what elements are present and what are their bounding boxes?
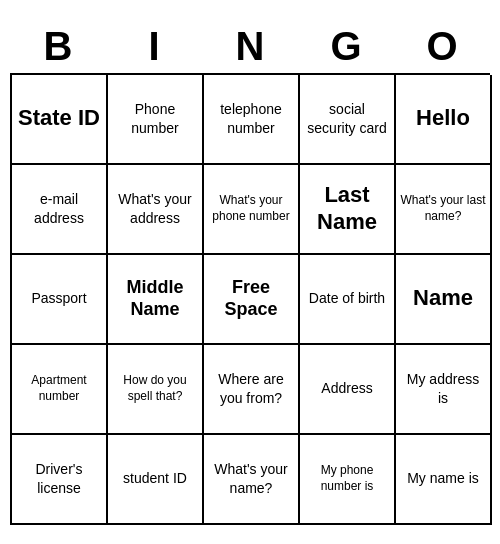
bingo-cell: What's your phone number — [204, 165, 300, 255]
cell-label: Where are you from? — [208, 370, 294, 406]
bingo-cell: social security card — [300, 75, 396, 165]
header-letter: G — [298, 20, 394, 73]
cell-label: social security card — [304, 100, 390, 136]
bingo-cell: What's your name? — [204, 435, 300, 525]
cell-label: telephone number — [208, 100, 294, 136]
cell-label: Last Name — [304, 182, 390, 235]
header-letter: B — [10, 20, 106, 73]
bingo-header: BINGO — [10, 20, 490, 73]
bingo-cell: How do you spell that? — [108, 345, 204, 435]
bingo-cell: Where are you from? — [204, 345, 300, 435]
bingo-cell: Free Space — [204, 255, 300, 345]
header-letter: I — [106, 20, 202, 73]
bingo-cell: Driver's license — [12, 435, 108, 525]
cell-label: Name — [413, 285, 473, 311]
cell-label: Address — [321, 379, 372, 397]
cell-label: What's your phone number — [208, 193, 294, 224]
bingo-cell: Phone number — [108, 75, 204, 165]
cell-label: Date of birth — [309, 289, 385, 307]
cell-label: What's your address — [112, 190, 198, 226]
bingo-cell: student ID — [108, 435, 204, 525]
cell-label: What's your last name? — [400, 193, 486, 224]
cell-label: My name is — [407, 469, 479, 487]
header-letter: N — [202, 20, 298, 73]
bingo-cell: Middle Name — [108, 255, 204, 345]
cell-label: Passport — [31, 289, 86, 307]
bingo-cell: My phone number is — [300, 435, 396, 525]
bingo-cell: What's your address — [108, 165, 204, 255]
cell-label: Phone number — [112, 100, 198, 136]
bingo-cell: Address — [300, 345, 396, 435]
cell-label: What's your name? — [208, 460, 294, 496]
cell-label: Hello — [416, 105, 470, 131]
cell-label: How do you spell that? — [112, 373, 198, 404]
cell-label: e-mail address — [16, 190, 102, 226]
bingo-cell: e-mail address — [12, 165, 108, 255]
cell-label: Apartment number — [16, 373, 102, 404]
bingo-cell: Passport — [12, 255, 108, 345]
bingo-cell: Date of birth — [300, 255, 396, 345]
cell-label: Middle Name — [112, 277, 198, 320]
cell-label: Driver's license — [16, 460, 102, 496]
bingo-cell: My address is — [396, 345, 492, 435]
bingo-cell: What's your last name? — [396, 165, 492, 255]
bingo-card: BINGO State IDPhone numbertelephone numb… — [10, 20, 490, 525]
cell-label: Free Space — [208, 277, 294, 320]
bingo-cell: State ID — [12, 75, 108, 165]
cell-label: student ID — [123, 469, 187, 487]
bingo-cell: Apartment number — [12, 345, 108, 435]
bingo-cell: telephone number — [204, 75, 300, 165]
cell-label: My address is — [400, 370, 486, 406]
bingo-cell: Last Name — [300, 165, 396, 255]
header-letter: O — [394, 20, 490, 73]
cell-label: State ID — [18, 105, 100, 131]
cell-label: My phone number is — [304, 463, 390, 494]
bingo-cell: Hello — [396, 75, 492, 165]
bingo-cell: My name is — [396, 435, 492, 525]
bingo-grid: State IDPhone numbertelephone numbersoci… — [10, 73, 490, 525]
bingo-cell: Name — [396, 255, 492, 345]
